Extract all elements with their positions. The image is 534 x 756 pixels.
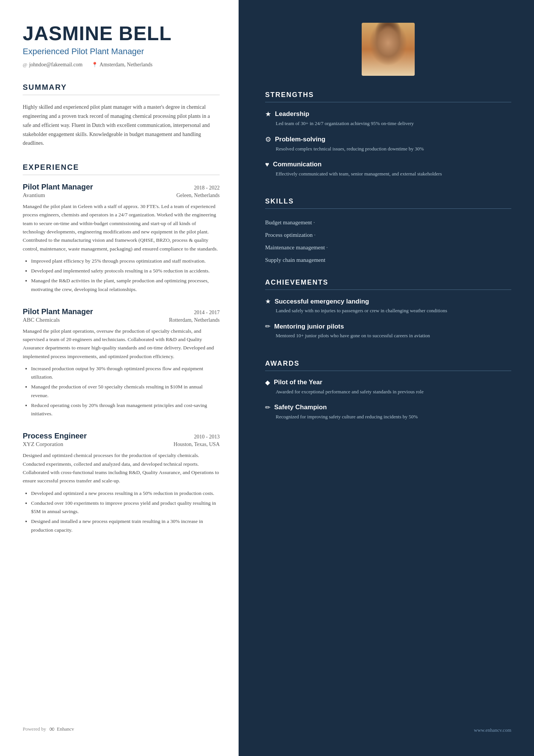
achievement-2-desc: Mentored 10+ junior pilots who have gone…	[265, 332, 511, 340]
job-2-bullets: Increased production output by 30% throu…	[23, 365, 220, 418]
skill-4-label: Supply chain management	[265, 257, 325, 263]
job-1-bullet-3: Managed the R&D activities in the plant,…	[31, 277, 220, 294]
summary-divider	[23, 95, 220, 95]
skill-1: Budget management ·	[265, 216, 511, 229]
job-3-bullets: Developed and optimized a new process re…	[23, 489, 220, 534]
achievement-1-desc: Landed safely with no injuries to passen…	[265, 307, 511, 315]
skill-2: Process optimization ·	[265, 229, 511, 241]
job-3-sub: XYZ Corporation Houston, Texas, USA	[23, 441, 220, 448]
skill-1-label: Budget management	[265, 219, 312, 226]
skill-2-dot: ·	[314, 232, 315, 238]
strength-3-row: ♥ Communication	[265, 161, 511, 169]
achievement-1: ★ Successful emergency landing Landed sa…	[265, 297, 511, 315]
strengths-header: STRENGTHS	[265, 91, 511, 99]
achievement-2-row: ✏ Mentoring junior pilots	[265, 322, 511, 330]
strength-1-title: Leadership	[275, 110, 309, 118]
skill-3-label: Maintenance management	[265, 244, 325, 251]
award-1-row: ◆ Pilot of the Year	[265, 379, 511, 387]
right-column: STRENGTHS ★ Leadership Led team of 30+ i…	[239, 0, 534, 756]
strength-1-row: ★ Leadership	[265, 110, 511, 118]
awards-header: AWARDS	[265, 360, 511, 368]
profile-photo-inner	[362, 23, 415, 76]
achievement-2: ✏ Mentoring junior pilots Mentored 10+ j…	[265, 322, 511, 340]
job-1-dates: 2018 - 2022	[194, 185, 220, 191]
achievement-2-title: Mentoring junior pilots	[274, 323, 344, 330]
infinity-icon: ∞	[49, 725, 55, 733]
job-3-header: Process Engineer 2010 - 2013	[23, 432, 220, 440]
strength-2-title: Problem-solving	[275, 136, 325, 143]
job-1-title: Pilot Plant Manager	[23, 183, 93, 191]
award-2-desc: Recognized for improving safety culture …	[265, 413, 511, 421]
strength-3: ♥ Communication Effectively communicated…	[265, 161, 511, 178]
strength-2: ⚙ Problem-solving Resolved complex techn…	[265, 135, 511, 153]
achievements-divider	[265, 290, 511, 290]
awards-section: AWARDS ◆ Pilot of the Year Awarded for e…	[265, 360, 511, 429]
job-3-title: Process Engineer	[23, 432, 87, 440]
candidate-title: Experienced Pilot Plant Manager	[23, 47, 220, 56]
award-1: ◆ Pilot of the Year Awarded for exceptio…	[265, 379, 511, 396]
award-2-row: ✏ Safety Champion	[265, 404, 511, 412]
brand-name: Enhancv	[57, 726, 74, 732]
job-3-desc: Designed and optimized chemical processe…	[23, 451, 220, 485]
job-1-header: Pilot Plant Manager 2018 - 2022	[23, 183, 220, 191]
job-3-bullet-3: Designed and installed a new process equ…	[31, 517, 220, 534]
job-3-bullet-2: Conducted over 100 experiments to improv…	[31, 499, 220, 516]
leadership-icon: ★	[265, 110, 271, 118]
award-1-title: Pilot of the Year	[274, 379, 322, 386]
left-column: JASMINE BELL Experienced Pilot Plant Man…	[0, 0, 239, 756]
strength-2-row: ⚙ Problem-solving	[265, 135, 511, 144]
profile-photo	[362, 23, 415, 76]
website-url: www.enhancv.com	[474, 727, 511, 733]
award-1-desc: Awarded for exceptional performance and …	[265, 388, 511, 396]
job-1-bullet-2: Developed and implemented safety protoco…	[31, 267, 220, 275]
award-2-title: Safety Champion	[274, 404, 327, 411]
skill-3: Maintenance management ·	[265, 241, 511, 254]
job-2-title: Pilot Plant Manager	[23, 307, 93, 316]
job-2-location: Rotterdam, Netherlands	[169, 317, 220, 323]
achievements-section: ACHIEVEMENTS ★ Successful emergency land…	[265, 279, 511, 347]
skills-header: SKILLS	[265, 197, 511, 205]
email-text: johndoe@fakeemail.com	[29, 62, 83, 68]
candidate-name: JASMINE BELL	[23, 23, 220, 44]
location-contact: 📍 Amsterdam, Netherlands	[92, 62, 153, 68]
skills-section: SKILLS Budget management · Process optim…	[265, 197, 511, 266]
summary-section-header: SUMMARY	[23, 83, 220, 92]
skill-4: Supply chain management	[265, 254, 511, 266]
powered-by-label: Powered by	[23, 726, 46, 732]
email-icon: @	[23, 62, 27, 68]
job-2: Pilot Plant Manager 2014 - 2017 ABC Chem…	[23, 307, 220, 420]
job-2-bullet-2: Managed the production of over 50 specia…	[31, 383, 220, 400]
location-icon: 📍	[92, 62, 98, 68]
job-1: Pilot Plant Manager 2018 - 2022 Avantium…	[23, 183, 220, 295]
footer-left: Powered by ∞ Enhancv	[23, 709, 220, 733]
emergency-landing-icon: ★	[265, 297, 271, 305]
job-3-bullet-1: Developed and optimized a new process re…	[31, 489, 220, 498]
job-2-bullet-1: Increased production output by 30% throu…	[31, 365, 220, 382]
experience-section-header: EXPERIENCE	[23, 163, 220, 172]
achievement-1-row: ★ Successful emergency landing	[265, 297, 511, 305]
mentoring-icon: ✏	[265, 322, 270, 330]
job-2-sub: ABC Chemicals Rotterdam, Netherlands	[23, 317, 220, 323]
job-2-bullet-3: Reduced operating costs by 20% through l…	[31, 401, 220, 418]
strength-1-desc: Led team of 30+ in 24/7 organization ach…	[265, 120, 511, 128]
job-1-location: Geleen, Netherlands	[176, 193, 220, 199]
footer-right: www.enhancv.com	[265, 712, 511, 733]
job-1-bullets: Improved plant efficiency by 25% through…	[23, 257, 220, 294]
header-contact: @ johndoe@fakeemail.com 📍 Amsterdam, Net…	[23, 62, 220, 68]
strengths-section: STRENGTHS ★ Leadership Led team of 30+ i…	[265, 91, 511, 185]
location-text: Amsterdam, Netherlands	[100, 62, 153, 68]
strength-3-desc: Effectively communicated with team, seni…	[265, 170, 511, 178]
awards-divider	[265, 371, 511, 371]
profile-photo-container	[265, 23, 511, 76]
experience-divider	[23, 175, 220, 175]
job-2-desc: Managed the pilot plant operations, over…	[23, 327, 220, 361]
job-3-dates: 2010 - 2013	[194, 434, 220, 440]
strength-1: ★ Leadership Led team of 30+ in 24/7 org…	[265, 110, 511, 128]
job-1-desc: Managed the pilot plant in Geleen with a…	[23, 202, 220, 253]
job-1-bullet-1: Improved plant efficiency by 25% through…	[31, 257, 220, 265]
summary-text: Highly skilled and experienced pilot pla…	[23, 103, 220, 148]
job-3-company: XYZ Corporation	[23, 441, 63, 448]
skill-3-dot: ·	[326, 245, 328, 251]
achievements-header: ACHIEVEMENTS	[265, 279, 511, 286]
problem-solving-icon: ⚙	[265, 135, 271, 144]
